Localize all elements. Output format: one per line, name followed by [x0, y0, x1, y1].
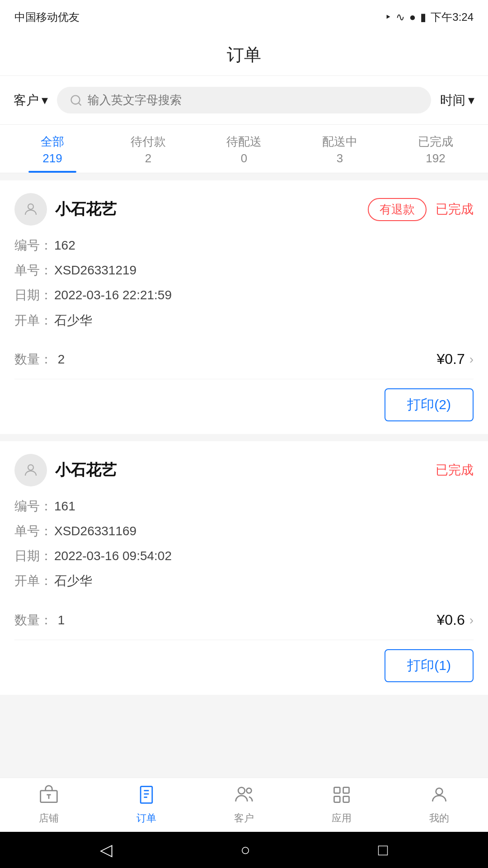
orders-nav-icon	[136, 785, 156, 808]
order-footer: 数量： 1 ¥0.6 ›	[14, 604, 474, 640]
order-actions: 打印(2)	[14, 379, 474, 434]
tab-label: 待配送	[196, 134, 292, 150]
order-card-1: 小石花艺 已完成 编号： 161 单号： XSD26331169 日期： 202…	[0, 441, 488, 695]
shop-name: 小石花艺	[55, 199, 117, 220]
price-area[interactable]: ¥0.7 ›	[436, 351, 474, 368]
order-status-area: 已完成	[436, 462, 474, 479]
search-input[interactable]	[88, 93, 418, 107]
tab-已完成[interactable]: 已完成 192	[388, 125, 483, 173]
tab-待付款[interactable]: 待付款 2	[100, 125, 196, 173]
order-shop-info: 小石花艺	[14, 454, 117, 486]
order-actions: 打印(1)	[14, 640, 474, 695]
order-operator-value: 石少华	[54, 572, 92, 590]
nav-item-apps[interactable]: 应用	[293, 778, 390, 832]
order-operator-value: 石少华	[54, 311, 92, 329]
time-filter-button[interactable]: 时间 ▾	[440, 92, 474, 109]
nav-item-mine[interactable]: 我的	[390, 778, 488, 832]
status-badge: 已完成	[436, 462, 474, 479]
recent-button[interactable]: □	[378, 840, 388, 859]
order-tabs: 全部 219 待付款 2 待配送 0 配送中 3 已完成 192	[0, 125, 488, 173]
home-bar: ◁ ○ □	[0, 832, 488, 868]
print-button[interactable]: 打印(2)	[385, 388, 474, 421]
status-bar: 中国移动优友 ‣ ∿ ● ▮ 下午3:24	[0, 0, 488, 33]
search-area: 客户 ▾ 时间 ▾	[0, 76, 488, 125]
wifi-icon: ∿	[396, 11, 405, 24]
mine-nav-label: 我的	[429, 811, 449, 825]
tab-待配送[interactable]: 待配送 0	[196, 125, 292, 173]
apps-nav-icon	[332, 785, 352, 808]
time-label: 下午3:24	[431, 10, 474, 24]
svg-point-9	[238, 788, 245, 794]
customers-nav-icon	[234, 785, 254, 808]
quantity-value: 1	[58, 613, 65, 627]
number-label: 编号：	[14, 236, 52, 254]
order-footer: 数量： 2 ¥0.7 ›	[14, 344, 474, 379]
svg-rect-14	[343, 797, 349, 802]
order-shop-info: 小石花艺	[14, 193, 117, 226]
order-no-value: XSD26331219	[54, 261, 136, 279]
customer-filter-button[interactable]: 客户 ▾	[14, 92, 48, 109]
quantity-label: 数量：	[14, 613, 52, 627]
order-number-value: 161	[54, 497, 75, 515]
status-icons: ‣ ∿ ● ▮ 下午3:24	[385, 10, 474, 24]
order-info: 编号： 162 单号： XSD26331219 日期： 2022-03-16 2…	[14, 236, 474, 344]
home-button[interactable]: ○	[240, 840, 250, 859]
back-button[interactable]: ◁	[100, 840, 113, 859]
orderno-label: 单号：	[14, 522, 52, 540]
tab-count: 219	[5, 151, 100, 165]
nav-item-customers[interactable]: 客户	[195, 778, 293, 832]
quantity-label: 数量：	[14, 352, 52, 366]
svg-point-3	[28, 465, 33, 470]
operator-label: 开单：	[14, 311, 52, 329]
avatar	[14, 193, 47, 226]
price-value: ¥0.7	[436, 351, 465, 368]
price-value: ¥0.6	[436, 612, 465, 628]
order-card-0: 小石花艺 有退款 已完成 编号： 162 单号： XSD26331219 日期：…	[0, 180, 488, 434]
price-area[interactable]: ¥0.6 ›	[436, 612, 474, 628]
quantity-row: 数量： 1	[14, 612, 65, 629]
tab-全部[interactable]: 全部 219	[5, 125, 100, 173]
battery-icon: ▮	[420, 11, 426, 24]
tab-label: 全部	[5, 134, 100, 150]
order-header: 小石花艺 有退款 已完成	[14, 193, 474, 226]
svg-point-2	[28, 204, 33, 209]
order-info: 编号： 161 单号： XSD26331169 日期： 2022-03-16 0…	[14, 497, 474, 604]
operator-label: 开单：	[14, 572, 52, 590]
chevron-right-icon: ›	[469, 613, 474, 627]
svg-rect-13	[334, 797, 340, 802]
signal-icon: ●	[409, 11, 416, 24]
svg-rect-5	[141, 787, 152, 803]
nav-item-shop[interactable]: 店铺	[0, 778, 98, 832]
tab-配送中[interactable]: 配送中 3	[292, 125, 388, 173]
avatar	[14, 454, 47, 486]
nav-item-orders[interactable]: 订单	[98, 778, 195, 832]
customer-dropdown-icon: ▾	[42, 93, 48, 108]
status-badge: 已完成	[436, 201, 474, 218]
tab-count: 0	[196, 151, 292, 165]
time-dropdown-icon: ▾	[468, 93, 474, 108]
shop-nav-icon	[39, 785, 59, 808]
search-icon	[70, 94, 82, 107]
order-header: 小石花艺 已完成	[14, 454, 474, 486]
page-header: 订单	[0, 33, 488, 76]
order-operator-row: 开单： 石少华	[14, 311, 474, 329]
order-no-row: 单号： XSD26331219	[14, 261, 474, 279]
print-button[interactable]: 打印(1)	[385, 649, 474, 682]
time-label: 时间	[440, 92, 465, 109]
order-operator-row: 开单： 石少华	[14, 572, 474, 590]
search-input-wrap	[57, 87, 431, 113]
order-no-row: 单号： XSD26331169	[14, 522, 474, 540]
carrier-label: 中国移动优友	[14, 10, 80, 24]
order-date-row: 日期： 2022-03-16 09:54:02	[14, 547, 474, 565]
order-date-value: 2022-03-16 22:21:59	[54, 286, 172, 304]
order-date-row: 日期： 2022-03-16 22:21:59	[14, 286, 474, 304]
svg-point-10	[247, 788, 252, 793]
order-number-value: 162	[54, 236, 75, 254]
svg-rect-12	[343, 788, 349, 793]
order-number-row: 编号： 162	[14, 236, 474, 254]
quantity-row: 数量： 2	[14, 351, 65, 368]
page-title: 订单	[227, 45, 261, 64]
order-date-value: 2022-03-16 09:54:02	[54, 547, 172, 565]
orders-list: 小石花艺 有退款 已完成 编号： 162 单号： XSD26331219 日期：…	[0, 180, 488, 695]
bottom-nav: 店铺 订单 客户 应用 我的	[0, 778, 488, 832]
